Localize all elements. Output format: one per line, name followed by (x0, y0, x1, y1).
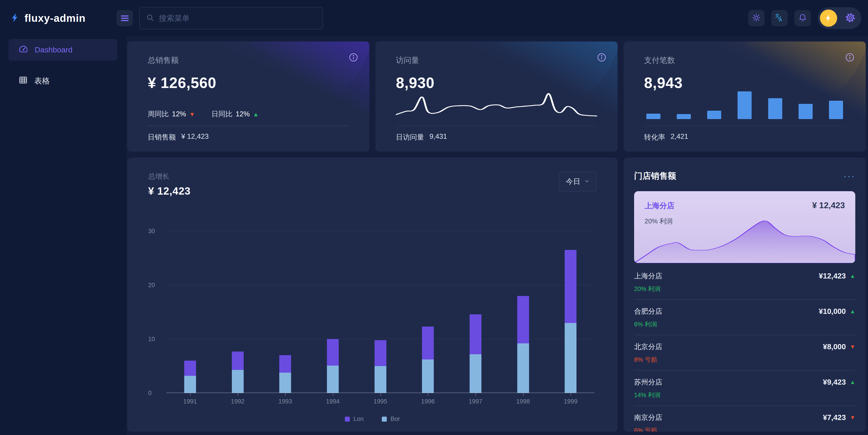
mini-bar (738, 91, 752, 119)
week-trend: 周同比12%▼ (148, 109, 195, 119)
featured-store-name: 上海分店 (645, 201, 675, 211)
bar-group (214, 231, 261, 393)
info-icon[interactable] (348, 52, 359, 63)
sidebar-item-table[interactable]: 表格 (8, 70, 117, 92)
sidebar-item-label: 表格 (34, 76, 50, 86)
bar-group (309, 231, 356, 393)
dashboard-gauge-icon (19, 44, 28, 56)
stat-label: 总销售额 (148, 55, 349, 66)
bar-group (261, 231, 309, 393)
store-note: 14% 利润 (634, 391, 855, 399)
table-grid-icon (19, 75, 28, 87)
translate-icon: 文A (775, 13, 784, 23)
search-box[interactable] (139, 7, 323, 30)
x-axis-tick-label: 1991 (166, 393, 214, 405)
trend-row: 周同比12%▼ 日同比12%▲ (148, 109, 349, 119)
store-row[interactable]: 南京分店 ¥7,423 ▼ 6% 亏损 (634, 406, 855, 432)
sidebar: Dashboard 表格 (0, 36, 126, 435)
search-input[interactable] (159, 14, 316, 23)
store-area-chart (634, 220, 855, 263)
growth-stacked-bar-chart: 0102030 (166, 231, 594, 393)
logo-text: fluxy-admin (25, 12, 86, 24)
stat-footer: 日访问量9,431 (396, 132, 597, 142)
mini-bar (677, 114, 691, 119)
sidebar-item-dashboard[interactable]: Dashboard (8, 39, 117, 61)
card-store-sales: 门店销售额 ··· 上海分店 ¥ 12,423 20% 利润 上海分店 (624, 158, 866, 432)
legend-swatch (382, 416, 387, 422)
x-axis-tick-label: 1997 (452, 393, 499, 405)
visits-sparkline-chart (396, 91, 597, 119)
bar-group (499, 231, 547, 393)
trend-arrow-icon: ▲ (850, 273, 855, 279)
mini-bar (799, 104, 813, 119)
header: fluxy-admin 文A (0, 0, 868, 36)
x-axis-labels: 199119921993199419951996199719981999 (166, 393, 594, 405)
bar-group (452, 231, 499, 393)
search-icon (146, 13, 154, 23)
info-icon[interactable] (597, 52, 607, 63)
store-note: 8% 亏损 (634, 355, 855, 364)
mini-bar (829, 101, 843, 119)
store-value: ¥12,423 (819, 272, 846, 280)
chart-header: 总增长 ¥ 12,423 今日 (148, 172, 597, 197)
store-list: 上海分店 ¥12,423 ▲ 20% 利润 合肥分店 ¥10,000 ▲ 6% … (634, 265, 855, 432)
legend-item-lon[interactable]: Lon (345, 415, 364, 423)
card-visits: 访问量 8,930 日访问量9,431 (375, 41, 618, 152)
featured-store-value: ¥ 12,423 (812, 201, 845, 211)
x-axis-tick-label: 1994 (309, 393, 356, 405)
store-note: 6% 亏损 (634, 426, 855, 432)
stat-footer: 日销售额¥ 12,423 (148, 132, 349, 142)
store-row[interactable]: 苏州分店 ¥9,423 ▲ 14% 利润 (634, 371, 855, 406)
x-axis-tick-label: 1998 (499, 393, 547, 405)
store-name: 合肥分店 (634, 307, 662, 316)
store-value: ¥8,000 (823, 342, 846, 351)
logo: fluxy-admin (10, 12, 117, 24)
sidebar-item-label: Dashboard (35, 45, 72, 54)
avatar[interactable] (820, 9, 837, 27)
settings-gear-icon[interactable] (845, 12, 856, 24)
panel-title: 门店销售额 (634, 170, 676, 182)
store-row[interactable]: 合肥分店 ¥10,000 ▲ 6% 利润 (634, 300, 855, 335)
info-icon[interactable] (845, 52, 855, 63)
trend-arrow-icon: ▼ (850, 414, 855, 421)
main-content: 总销售额 ¥ 126,560 周同比12%▼ 日同比12%▲ 日销售额¥ 12,… (126, 36, 868, 435)
trend-down-icon: ▼ (189, 111, 195, 118)
card-total-sales: 总销售额 ¥ 126,560 周同比12%▼ 日同比12%▲ 日销售额¥ 12,… (127, 41, 369, 152)
store-row[interactable]: 北京分店 ¥8,000 ▼ 8% 亏损 (634, 335, 855, 371)
menu-toggle-button[interactable] (117, 10, 133, 26)
user-pill[interactable] (818, 7, 861, 29)
x-axis-tick-label: 1995 (356, 393, 404, 405)
store-name: 北京分店 (634, 342, 662, 351)
legend-swatch (345, 416, 350, 422)
store-note: 6% 利润 (634, 320, 855, 329)
chevron-down-icon (584, 178, 590, 186)
store-row[interactable]: 上海分店 ¥12,423 ▲ 20% 利润 (634, 265, 855, 300)
chart-bars (166, 231, 594, 393)
range-select[interactable]: 今日 (559, 172, 597, 192)
x-axis-tick-label: 1993 (261, 393, 309, 405)
language-button[interactable]: 文A (771, 10, 788, 26)
growth-value: ¥ 12,423 (148, 185, 191, 197)
store-note: 20% 利润 (634, 285, 855, 293)
theme-toggle-button[interactable] (748, 10, 765, 26)
more-button[interactable]: ··· (843, 174, 855, 178)
payments-mini-bar-chart (644, 91, 845, 119)
store-name: 南京分店 (634, 413, 662, 422)
divider (148, 126, 349, 126)
bell-icon (798, 13, 807, 23)
trend-up-icon: ▲ (253, 111, 259, 118)
mini-bar (768, 98, 782, 119)
logo-lightning-icon (10, 12, 21, 24)
featured-store-card[interactable]: 上海分店 ¥ 12,423 20% 利润 (634, 191, 855, 263)
chart-legend: LonBor (148, 415, 597, 423)
store-value: ¥7,423 (823, 413, 846, 422)
trend-arrow-icon: ▼ (850, 344, 855, 350)
stat-value: 8,943 (644, 74, 845, 91)
notifications-button[interactable] (795, 10, 811, 26)
store-name: 上海分店 (634, 271, 662, 281)
store-value: ¥10,000 (819, 307, 846, 316)
x-axis-tick-label: 1999 (547, 393, 594, 405)
legend-item-bor[interactable]: Bor (382, 415, 400, 423)
store-value: ¥9,423 (823, 378, 846, 386)
day-trend: 日同比12%▲ (212, 109, 259, 119)
